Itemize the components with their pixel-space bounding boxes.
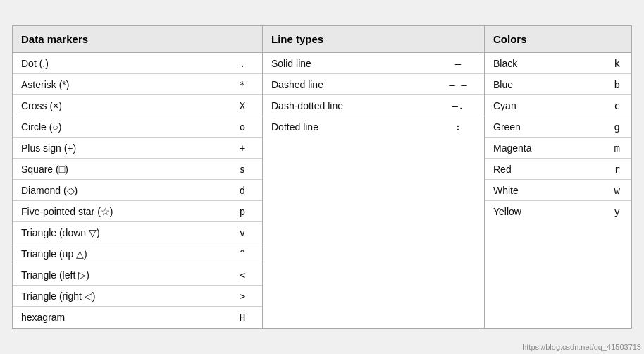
row-label: Dashed line (271, 79, 440, 90)
main-table: Data markers Dot (.).Asterisk (*)*Cross … (12, 25, 632, 329)
row-label: Triangle (down ▽) (21, 227, 231, 238)
row-symbol: y (603, 206, 623, 217)
col-linetypes-header: Line types (263, 26, 484, 53)
table-row: Circle (○)o (13, 116, 262, 138)
row-label: hexagram (21, 312, 231, 323)
col-colors-body: BlackkBluebCyancGreengMagentamRedrWhitew… (485, 53, 631, 222)
row-label: Plus sign (+) (21, 142, 231, 154)
row-label: Five-pointed star (☆) (21, 206, 231, 217)
table-row: Blueb (485, 74, 631, 95)
table-row: Greeng (485, 116, 631, 138)
table-row: Triangle (down ▽)v (13, 222, 262, 243)
row-symbol: – – (440, 79, 476, 90)
table-row: Redr (485, 159, 631, 180)
row-symbol: X (231, 100, 254, 111)
row-label: Solid line (271, 58, 440, 69)
row-label: Blue (493, 79, 603, 90)
row-label: Triangle (right ◁) (21, 291, 231, 302)
table-row: Plus sign (+)+ (13, 138, 262, 159)
row-symbol: * (231, 79, 254, 90)
col-markers-body: Dot (.).Asterisk (*)*Cross (×)XCircle (○… (13, 53, 262, 328)
row-label: Square (□) (21, 164, 231, 175)
row-label: Dot (.) (21, 58, 231, 69)
table-row: Yellowy (485, 201, 631, 222)
row-symbol: : (440, 121, 476, 133)
row-label: Dash-dotted line (271, 100, 440, 111)
row-symbol: d (231, 185, 254, 196)
table-row: Triangle (up △)^ (13, 243, 262, 264)
table-row: Whitew (485, 180, 631, 201)
table-row: Square (□)s (13, 159, 262, 180)
table-row: Cyanc (485, 95, 631, 116)
table-row: Dot (.). (13, 53, 262, 74)
row-label: Black (493, 58, 603, 69)
row-label: Red (493, 164, 603, 175)
row-symbol: > (231, 291, 254, 302)
col-colors: Colors BlackkBluebCyancGreengMagentamRed… (485, 26, 631, 328)
row-symbol: m (603, 142, 623, 154)
row-symbol: w (603, 185, 623, 196)
row-symbol: c (603, 100, 623, 111)
table-row: Solid line– (263, 53, 484, 74)
table-row: Dotted line: (263, 116, 484, 138)
row-label: White (493, 185, 603, 196)
table-row: Dashed line– – (263, 74, 484, 95)
row-label: Yellow (493, 206, 603, 217)
row-symbol: ^ (231, 248, 254, 260)
row-symbol: + (231, 142, 254, 154)
row-symbol: . (231, 58, 254, 69)
row-symbol: p (231, 206, 254, 217)
watermark: https://blog.csdn.net/qq_41503713 (522, 343, 641, 351)
table-row: Asterisk (*)* (13, 74, 262, 95)
row-label: Diamond (◇) (21, 185, 231, 196)
table-row: Cross (×)X (13, 95, 262, 116)
col-markers-header: Data markers (13, 26, 262, 53)
row-label: Triangle (left ▷) (21, 269, 231, 281)
table-row: Diamond (◇)d (13, 180, 262, 201)
table-row: Dash-dotted line–. (263, 95, 484, 116)
row-symbol: o (231, 121, 254, 133)
table-row: hexagramH (13, 307, 262, 328)
row-symbol: v (231, 227, 254, 238)
row-symbol: b (603, 79, 623, 90)
row-symbol: < (231, 269, 254, 281)
table-row: Triangle (left ▷)< (13, 264, 262, 286)
table-row: Magentam (485, 138, 631, 159)
row-symbol: –. (440, 100, 476, 111)
row-label: Magenta (493, 142, 603, 154)
table-row: Triangle (right ◁)> (13, 286, 262, 307)
row-label: Circle (○) (21, 121, 231, 133)
col-linetypes: Line types Solid line–Dashed line– –Dash… (263, 26, 485, 328)
row-label: Cross (×) (21, 100, 231, 111)
table-row: Blackk (485, 53, 631, 74)
table-row: Five-pointed star (☆)p (13, 201, 262, 222)
row-label: Cyan (493, 100, 603, 111)
col-markers: Data markers Dot (.).Asterisk (*)*Cross … (13, 26, 263, 328)
col-colors-header: Colors (485, 26, 631, 53)
row-label: Green (493, 121, 603, 133)
row-symbol: g (603, 121, 623, 133)
row-symbol: H (231, 312, 254, 323)
row-symbol: k (603, 58, 623, 69)
row-label: Triangle (up △) (21, 248, 231, 260)
row-symbol: – (440, 58, 476, 69)
row-symbol: s (231, 164, 254, 175)
row-symbol: r (603, 164, 623, 175)
row-label: Dotted line (271, 121, 440, 133)
col-linetypes-body: Solid line–Dashed line– –Dash-dotted lin… (263, 53, 484, 138)
row-label: Asterisk (*) (21, 79, 231, 90)
